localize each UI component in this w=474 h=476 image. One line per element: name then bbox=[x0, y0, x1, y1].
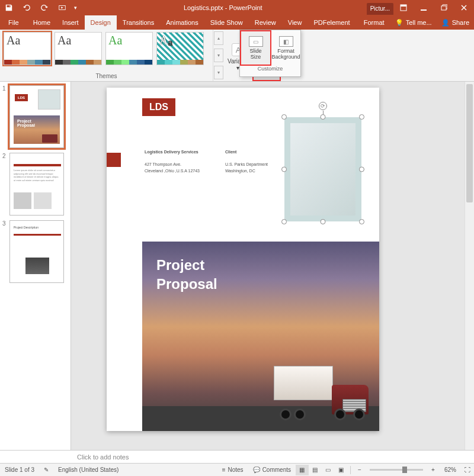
tab-format[interactable]: Format bbox=[358, 15, 390, 30]
tab-animations[interactable]: Animations bbox=[160, 15, 204, 30]
zoom-out-button[interactable]: − bbox=[353, 465, 366, 475]
resize-handle-tr[interactable] bbox=[359, 114, 364, 120]
format-background-button[interactable]: ◧ Format Background bbox=[271, 30, 300, 66]
comments-button[interactable]: 💬 Comments bbox=[248, 467, 296, 473]
company-address[interactable]: Logistics Delivery Services 427 Thompson… bbox=[145, 149, 200, 174]
theme-thumb-1[interactable]: Aa bbox=[4, 32, 51, 65]
resize-handle-l[interactable] bbox=[281, 167, 287, 172]
slide-size-icon: ▭ bbox=[249, 36, 263, 47]
share-button[interactable]: 👤Share bbox=[437, 15, 474, 30]
status-bar: Slide 1 of 3 ✎ English (United States) ≡… bbox=[0, 463, 474, 476]
undo-button[interactable] bbox=[18, 0, 36, 15]
notes-placeholder: Click to add notes bbox=[77, 454, 129, 461]
theme-thumb-4[interactable]: Aa bbox=[156, 32, 204, 65]
zoom-level[interactable]: 62% bbox=[440, 467, 461, 473]
resize-handle-tl[interactable] bbox=[281, 114, 287, 120]
close-button[interactable] bbox=[454, 0, 474, 15]
lightbulb-icon: 💡 bbox=[395, 19, 403, 27]
resize-handle-r[interactable] bbox=[359, 167, 364, 172]
notes-button[interactable]: ≡ Notes bbox=[217, 467, 248, 473]
resize-handle-b[interactable] bbox=[321, 219, 326, 224]
fit-to-window-button[interactable]: ⛶ bbox=[461, 465, 474, 475]
tab-pdfelement[interactable]: PDFelement bbox=[308, 15, 356, 30]
slide-title[interactable]: ProjectProposal bbox=[156, 256, 217, 294]
qat-customize-button[interactable]: ▾ bbox=[71, 0, 79, 15]
svg-rect-2 bbox=[401, 5, 406, 7]
red-accent-box bbox=[107, 153, 121, 167]
restore-button[interactable] bbox=[434, 0, 454, 15]
zoom-slider[interactable] bbox=[370, 469, 423, 471]
window-title: Logistics.pptx - PowerPoint bbox=[79, 4, 367, 11]
context-tab-picture[interactable]: Pictur... bbox=[367, 3, 393, 15]
hero-image[interactable]: ProjectProposal bbox=[142, 242, 379, 431]
slide-thumb-2[interactable]: 2 Lorem ipsum dolor sit amet consectetur… bbox=[2, 153, 68, 216]
slide-canvas[interactable]: LDS Logistics Delivery Services 427 Thom… bbox=[107, 88, 379, 431]
slideshow-view-button[interactable]: ▣ bbox=[335, 465, 348, 475]
zoom-in-button[interactable]: + bbox=[427, 465, 440, 475]
slide-size-button[interactable]: ▭ Slide Size bbox=[240, 30, 271, 66]
tab-transitions[interactable]: Transitions bbox=[117, 15, 160, 30]
minimize-button[interactable] bbox=[414, 0, 434, 15]
slide-sorter-view-button[interactable]: ▤ bbox=[309, 465, 322, 475]
save-button[interactable] bbox=[0, 0, 18, 15]
tell-me-search[interactable]: 💡Tell me... bbox=[390, 15, 437, 30]
svg-rect-4 bbox=[441, 6, 446, 10]
tab-review[interactable]: Review bbox=[249, 15, 282, 30]
svg-rect-3 bbox=[421, 9, 427, 11]
slide-counter[interactable]: Slide 1 of 3 bbox=[0, 467, 39, 473]
notes-pane[interactable]: Click to add notes bbox=[0, 450, 474, 463]
tab-insert[interactable]: Insert bbox=[56, 15, 85, 30]
reading-view-button[interactable]: ▭ bbox=[322, 465, 335, 475]
customize-popup: ▭ Slide Size ◧ Format Background Customi… bbox=[239, 30, 301, 77]
tab-home[interactable]: Home bbox=[27, 15, 56, 30]
start-from-beginning-button[interactable] bbox=[53, 0, 71, 15]
language-button[interactable]: English (United States) bbox=[53, 467, 123, 473]
slide-thumb-3[interactable]: 3 Project Description bbox=[2, 220, 68, 283]
selected-picture[interactable]: ⟳ bbox=[278, 111, 367, 227]
ribbon-display-options-button[interactable] bbox=[393, 0, 414, 15]
tab-design[interactable]: Design bbox=[85, 15, 117, 30]
theme-thumb-2[interactable]: Aa bbox=[55, 32, 102, 65]
customize-group-label: Customize bbox=[240, 66, 300, 75]
tab-slideshow[interactable]: Slide Show bbox=[204, 15, 249, 30]
format-background-icon: ◧ bbox=[279, 36, 293, 47]
ribbon-tabs: File Home Insert Design Transitions Anim… bbox=[0, 15, 474, 30]
redo-button[interactable] bbox=[36, 0, 53, 15]
theme-thumb-3[interactable]: Aa bbox=[105, 32, 153, 65]
picture-content bbox=[284, 117, 361, 221]
title-bar: ▾ Logistics.pptx - PowerPoint Pictur... bbox=[0, 0, 474, 15]
lds-logo[interactable]: LDS bbox=[142, 98, 175, 116]
spell-check-icon[interactable]: ✎ bbox=[39, 467, 53, 473]
tab-file[interactable]: File bbox=[0, 15, 27, 30]
group-themes: Aa Aa Aa Aa Themes bbox=[0, 30, 213, 81]
resize-handle-bl[interactable] bbox=[281, 219, 287, 224]
share-icon: 👤 bbox=[441, 19, 450, 27]
rotate-handle[interactable]: ⟳ bbox=[319, 102, 327, 110]
resize-handle-t[interactable] bbox=[321, 114, 326, 120]
normal-view-button[interactable]: ▦ bbox=[296, 465, 309, 475]
slide-thumb-1[interactable]: 1 LDS Project Proposal bbox=[2, 85, 68, 148]
vertical-scrollbar[interactable] bbox=[465, 82, 474, 450]
truck-graphic bbox=[274, 366, 369, 420]
slide-thumbnails-pane: 1 LDS Project Proposal 2 Lorem ipsum dol… bbox=[0, 82, 71, 450]
ribbon: Aa Aa Aa Aa Themes ▴▾▾ A Variants▾ ⬚ Cus… bbox=[0, 30, 474, 82]
client-address[interactable]: Client U.S. Parks Department Washington,… bbox=[225, 149, 268, 174]
themes-more-button[interactable]: ▴▾▾ bbox=[213, 30, 224, 81]
group-label-themes: Themes bbox=[0, 73, 213, 81]
resize-handle-br[interactable] bbox=[359, 219, 364, 224]
tab-view[interactable]: View bbox=[282, 15, 308, 30]
slide-editor[interactable]: LDS Logistics Delivery Services 427 Thom… bbox=[71, 82, 474, 450]
